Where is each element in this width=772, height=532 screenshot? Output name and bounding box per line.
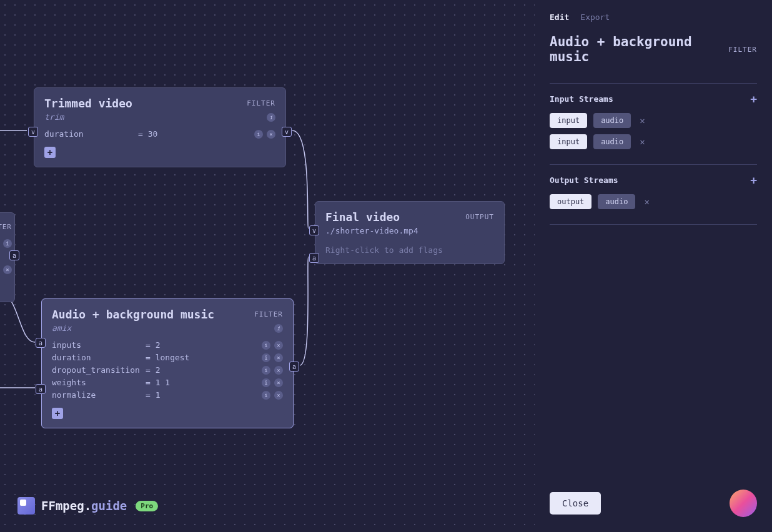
- info-icon[interactable]: i: [254, 130, 263, 139]
- param-value: = 2: [146, 339, 262, 352]
- chat-bubble[interactable]: [730, 490, 757, 517]
- info-icon[interactable]: i: [262, 341, 270, 350]
- stream-type-pill[interactable]: audio: [593, 113, 631, 128]
- divider: [550, 164, 757, 165]
- stream-kind-pill[interactable]: output: [550, 194, 591, 209]
- port-audio-in[interactable]: a: [309, 253, 319, 263]
- node-tag: FILTER: [247, 99, 275, 107]
- remove-stream-button[interactable]: ✕: [641, 197, 651, 207]
- port-audio-out[interactable]: a: [289, 362, 299, 372]
- port-video-out[interactable]: v: [282, 127, 292, 137]
- delete-icon[interactable]: ×: [267, 130, 275, 139]
- node-amix[interactable]: a a a Audio + background music FILTER am…: [41, 298, 294, 428]
- divider: [550, 83, 757, 84]
- param-name: dropout_transition: [52, 364, 146, 377]
- port-video-in[interactable]: v: [28, 127, 38, 137]
- delete-icon[interactable]: ×: [274, 391, 283, 400]
- add-output-stream-button[interactable]: +: [750, 174, 757, 187]
- panel-tag: FILTER: [728, 46, 757, 54]
- param-value: = longest: [146, 352, 262, 364]
- node-canvas[interactable]: TER i a × v v Trimmed video FILTER trim …: [0, 0, 535, 532]
- param-name: duration: [52, 352, 146, 364]
- delete-icon[interactable]: ×: [274, 341, 283, 350]
- pro-badge: Pro: [136, 501, 158, 511]
- info-icon[interactable]: i: [262, 353, 270, 362]
- add-param-button[interactable]: +: [52, 408, 63, 419]
- add-param-button[interactable]: +: [44, 147, 56, 158]
- info-icon[interactable]: i: [262, 378, 270, 387]
- stream-type-pill[interactable]: audio: [598, 194, 635, 209]
- info-icon[interactable]: i: [262, 391, 270, 400]
- tab-edit[interactable]: Edit: [550, 12, 569, 22]
- divider: [550, 224, 757, 225]
- delete-icon[interactable]: ×: [274, 366, 283, 375]
- stream-kind-pill[interactable]: input: [550, 113, 587, 128]
- stream-row: outputaudio✕: [550, 194, 757, 209]
- brand: FFmpeg.guide Pro: [17, 497, 158, 515]
- input-streams-label: Input Streams: [550, 94, 613, 104]
- param-row: inputs= 2i×: [52, 339, 283, 352]
- delete-icon[interactable]: ×: [3, 265, 12, 274]
- info-icon[interactable]: i: [274, 324, 283, 333]
- param-value: = 1: [146, 389, 262, 401]
- edges-layer: [0, 0, 535, 532]
- partial-node[interactable]: TER i a ×: [0, 212, 15, 302]
- stream-kind-pill[interactable]: input: [550, 134, 587, 149]
- node-filter-name: trim: [44, 112, 64, 122]
- param-name: normalize: [52, 389, 146, 401]
- node-title: Final video: [325, 210, 400, 224]
- node-tag: OUTPUT: [465, 213, 494, 221]
- output-streams-label: Output Streams: [550, 175, 618, 185]
- port-video-in[interactable]: v: [309, 225, 319, 235]
- param-value: = 30: [138, 128, 254, 140]
- info-icon[interactable]: i: [3, 239, 12, 248]
- add-input-stream-button[interactable]: +: [750, 92, 757, 106]
- output-hint: Right-click to add flags: [325, 245, 494, 255]
- stream-type-pill[interactable]: audio: [593, 134, 631, 149]
- delete-icon[interactable]: ×: [274, 353, 283, 362]
- delete-icon[interactable]: ×: [274, 378, 283, 387]
- port-audio-in-1[interactable]: a: [36, 338, 46, 348]
- param-row: duration = 30 i ×: [44, 128, 275, 140]
- panel-title: Audio + background music: [550, 34, 728, 64]
- node-title: Trimmed video: [44, 97, 132, 110]
- node-filter-name: amix: [52, 323, 71, 333]
- output-path: ./shorter-video.mp4: [325, 226, 418, 235]
- sidebar-tabs: Edit Export: [550, 12, 757, 22]
- param-row: normalize= 1i×: [52, 389, 283, 401]
- param-row: dropout_transition= 2i×: [52, 364, 283, 377]
- logo-icon: [17, 497, 35, 515]
- node-trim[interactable]: v v Trimmed video FILTER trim i duration…: [34, 87, 286, 167]
- stream-row: inputaudio✕: [550, 134, 757, 149]
- node-title: Audio + background music: [52, 308, 214, 321]
- info-icon[interactable]: i: [262, 366, 270, 375]
- close-button[interactable]: Close: [550, 492, 601, 515]
- param-name: weights: [52, 377, 146, 389]
- param-row: duration= longesti×: [52, 352, 283, 364]
- brand-text-a: FFmpeg.: [41, 499, 91, 513]
- node-tag: FILTER: [254, 310, 283, 318]
- param-name: duration: [44, 128, 138, 140]
- param-name: inputs: [52, 339, 146, 352]
- port-audio-out[interactable]: a: [9, 250, 19, 260]
- tab-export[interactable]: Export: [580, 12, 610, 22]
- param-value: = 2: [146, 364, 262, 377]
- node-output[interactable]: v a Final video OUTPUT ./shorter-video.m…: [315, 201, 505, 264]
- param-row: weights= 1 1i×: [52, 377, 283, 389]
- stream-row: inputaudio✕: [550, 113, 757, 128]
- brand-text-b: guide: [91, 499, 127, 513]
- remove-stream-button[interactable]: ✕: [637, 137, 647, 147]
- info-icon[interactable]: i: [267, 113, 275, 122]
- partial-tag: TER: [0, 223, 12, 231]
- remove-stream-button[interactable]: ✕: [637, 116, 647, 126]
- sidebar: Edit Export Audio + background music FIL…: [535, 0, 772, 532]
- port-audio-in-2[interactable]: a: [36, 384, 46, 394]
- param-value: = 1 1: [146, 377, 262, 389]
